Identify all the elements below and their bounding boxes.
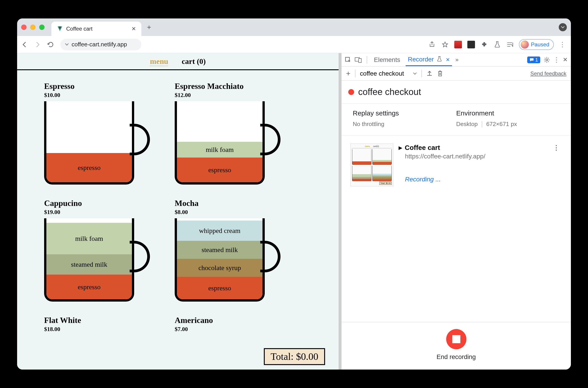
cup-layer: chocolate syrup [177, 259, 263, 277]
web-page: menu cart (0) Espresso$10.00espressoEspr… [17, 53, 339, 369]
cup-layer: espresso [177, 158, 263, 182]
extension-icon-2[interactable] [467, 40, 476, 49]
paused-label: Paused [531, 41, 549, 48]
devtools-menu-button[interactable]: ⋮ [553, 56, 560, 63]
recording-step: menucart(0) Total: $0.00 ▸ Coffee cart h… [342, 136, 571, 194]
product-card[interactable]: Americano$7.00 [175, 315, 292, 333]
avatar-icon [521, 41, 529, 48]
replay-settings[interactable]: Replay settings No throttling [353, 109, 456, 128]
extensions-puzzle-icon[interactable] [480, 40, 489, 49]
extension-icon-1[interactable] [454, 40, 463, 49]
more-tabs-icon[interactable]: » [455, 56, 458, 63]
product-card[interactable]: Mocha$8.00whipped creamsteamed milkchoco… [175, 198, 292, 304]
nav-menu-link[interactable]: menu [150, 57, 168, 66]
cup-layer: espresso [177, 277, 263, 299]
product-price: $12.00 [175, 92, 292, 98]
window-controls [21, 24, 45, 30]
browser-window: Coffee cart ✕ + coffee-cart.netlify.app [17, 19, 571, 369]
devtools-splitter[interactable] [339, 53, 341, 369]
environment-settings[interactable]: Environment Desktop 672×671 px [456, 109, 560, 128]
divider [367, 56, 367, 64]
step-menu-button[interactable]: ⋮ [553, 144, 560, 151]
nav-cart-link[interactable]: cart (0) [182, 57, 206, 66]
export-icon[interactable] [426, 70, 433, 77]
elements-tab[interactable]: Elements [372, 54, 402, 66]
product-name: Flat White [44, 315, 161, 325]
cup-layer: whipped cream [177, 220, 263, 241]
cup-layer: steamed milk [46, 254, 132, 275]
product-name: Americano [175, 315, 292, 325]
product-card[interactable]: Espresso$10.00espresso [44, 81, 161, 187]
bookmark-star-icon[interactable] [441, 40, 450, 49]
close-window-button[interactable] [21, 24, 26, 30]
delete-icon[interactable] [437, 70, 443, 77]
close-panel-icon[interactable]: ✕ [446, 57, 450, 63]
divider [421, 70, 422, 77]
svg-point-5 [546, 59, 548, 61]
vue-favicon-icon [57, 26, 63, 32]
product-price: $18.00 [44, 326, 161, 333]
share-icon[interactable] [427, 40, 437, 49]
step-title: Coffee cart [405, 144, 440, 151]
product-name: Espresso Macchiato [175, 81, 292, 91]
cup-layer: milk foam [177, 142, 263, 158]
browser-menu-button[interactable]: ⋮ [558, 40, 567, 49]
svg-rect-4 [359, 58, 361, 63]
cup-layer: steamed milk [177, 241, 263, 259]
close-tab-icon[interactable]: ✕ [131, 26, 136, 32]
messages-badge[interactable]: 1 [527, 56, 540, 63]
send-feedback-link[interactable]: Send feedback [530, 71, 566, 77]
labs-flask-icon[interactable] [493, 40, 502, 49]
cart-total[interactable]: Total: $0.00 [264, 348, 325, 365]
cup-layer: espresso [46, 153, 132, 182]
recording-title-row: coffee checkout [342, 81, 571, 103]
site-info-icon[interactable] [65, 43, 69, 46]
product-price: $19.00 [44, 209, 161, 216]
back-button[interactable] [21, 41, 30, 48]
close-devtools-icon[interactable]: ✕ [563, 56, 568, 63]
content-area: menu cart (0) Espresso$10.00espressoEspr… [17, 53, 571, 369]
divider [355, 70, 355, 77]
forward-button[interactable] [34, 41, 43, 48]
step-thumbnail: menucart(0) Total: $0.00 [350, 144, 393, 186]
cup-handle [130, 241, 150, 272]
end-recording-button[interactable] [446, 329, 466, 349]
recording-selector[interactable]: coffee checkout [360, 70, 417, 77]
stop-icon [452, 335, 460, 343]
new-recording-button[interactable]: + [346, 69, 350, 78]
products-grid: Espresso$10.00espressoEspresso Macchiato… [17, 70, 339, 344]
product-card[interactable]: Flat White$18.00 [44, 315, 161, 333]
recording-status: Recording ... [405, 176, 562, 183]
recorder-tab[interactable]: Recorder ✕ [406, 53, 452, 66]
product-name: Espresso [44, 81, 161, 91]
tabs-menu-button[interactable] [559, 23, 567, 31]
cup-body: espresso [44, 101, 134, 185]
reload-button[interactable] [47, 41, 56, 48]
expand-step-icon[interactable]: ▸ [399, 144, 402, 151]
recording-title[interactable]: coffee checkout [358, 87, 421, 97]
browser-toolbar: coffee-cart.netlify.app Paused ⋮ [17, 36, 571, 53]
environment-size: 672×671 px [486, 121, 517, 128]
inspect-icon[interactable] [345, 56, 351, 63]
product-price: $8.00 [175, 209, 292, 216]
reading-list-icon[interactable] [506, 40, 515, 49]
cup-illustration: milk foamespresso [175, 101, 280, 187]
product-card[interactable]: Espresso Macchiato$12.00milk foamespress… [175, 81, 292, 187]
cup-handle [260, 241, 280, 272]
cup-illustration: espresso [44, 101, 150, 187]
page-nav: menu cart (0) [17, 53, 339, 70]
step-header[interactable]: ▸ Coffee cart [399, 144, 562, 151]
maximize-window-button[interactable] [39, 24, 45, 30]
settings-gear-icon[interactable] [543, 56, 550, 63]
product-card[interactable]: Cappucino$19.00milk foamsteamed milkespr… [44, 198, 161, 304]
device-toggle-icon[interactable] [355, 57, 362, 63]
browser-tab[interactable]: Coffee cart ✕ [51, 22, 141, 36]
cup-illustration: whipped creamsteamed milkchocolate syrup… [175, 218, 280, 304]
cup-handle [260, 124, 280, 155]
profile-paused-pill[interactable]: Paused [519, 39, 554, 50]
environment-device: Desktop [456, 121, 478, 128]
new-tab-button[interactable]: + [144, 23, 154, 31]
address-bar[interactable]: coffee-cart.netlify.app [60, 39, 141, 50]
cup-illustration: milk foamsteamed milkespresso [44, 218, 150, 304]
minimize-window-button[interactable] [30, 24, 36, 30]
